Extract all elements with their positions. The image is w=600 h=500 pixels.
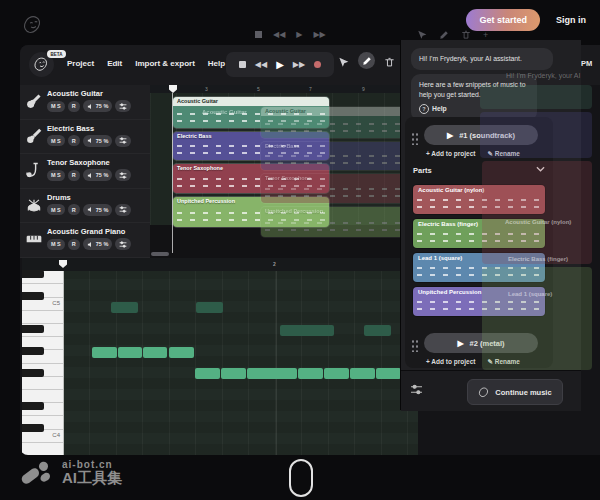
rename-button[interactable]: ✎ Rename [487,150,520,158]
midi-note[interactable] [376,368,401,379]
add-to-project-button[interactable]: + Add to project [426,150,475,158]
arrange-ruler[interactable]: 3579 [150,85,420,93]
midi-note[interactable] [221,368,246,379]
snippet-1-play-button[interactable]: ▶ #1 (soundtrack) [424,125,538,145]
fast-forward-button[interactable]: ▶▶ [293,60,305,69]
menu-items: Project Edit Import & export Help [67,59,225,68]
midi-note[interactable] [196,302,223,313]
drag-handle-icon[interactable] [411,132,418,145]
track-options-button[interactable] [115,169,131,181]
key-label-c4: C4 [52,432,60,438]
mute-solo-button[interactable]: M S [47,239,65,250]
volume-control[interactable]: 75 % [83,204,113,216]
midi-note[interactable] [364,325,391,336]
piano-roll-ruler[interactable]: 2 [22,258,418,271]
clip-title: Acoustic Guitar [173,97,329,106]
piano-keys[interactable]: C5 C4 [22,271,63,455]
rewind-button[interactable]: ◀◀ [255,60,267,69]
pencil-tool-button[interactable] [358,52,375,69]
midi-note[interactable] [195,368,220,379]
record-arm-button[interactable]: R [68,135,80,146]
stop-button[interactable] [239,61,246,68]
midi-note[interactable] [143,347,167,358]
record-arm-button[interactable]: R [68,101,80,112]
piano-roll[interactable]: 2 C5 C4 [22,258,418,455]
track-options-button[interactable] [115,100,131,112]
menu-project[interactable]: Project [67,59,94,68]
midi-note[interactable] [118,347,142,358]
black-key[interactable] [22,347,44,355]
track-row[interactable]: Acoustic Grand PianoM SR75 % [20,223,150,258]
volume-control[interactable]: 75 % [83,169,113,181]
rewind-icon: ◀◀ [273,30,285,39]
track-row[interactable]: Tenor SaxophoneM SR75 % [20,154,150,189]
part-card-lead-1-square-[interactable]: Lead 1 (square) [413,253,545,282]
part-card-unpitched-percussion[interactable]: Unpitched Percussion [413,287,545,316]
track-row[interactable]: Acoustic GuitarM SR75 % [20,85,150,120]
clip-acoustic-guitar[interactable]: Acoustic Guitar [173,97,329,128]
drag-handle-icon[interactable] [411,339,418,352]
track-options-button[interactable] [115,135,131,147]
menu-import-export[interactable]: Import & export [135,59,195,68]
rename-button[interactable]: ✎ Rename [487,358,520,366]
midi-note[interactable] [350,368,375,379]
part-card-acoustic-guitar-nylon-[interactable]: Acoustic Guitar (nylon) [413,185,545,214]
cursor-tool-button[interactable] [338,57,349,68]
assistant-greeting-bubble: Hi! I'm Fryderyk, your AI assistant. [411,48,553,70]
midi-note[interactable] [111,302,138,313]
piano-roll-playhead-marker[interactable] [59,260,67,268]
continue-music-button[interactable]: Continue music [467,379,563,405]
midi-note[interactable] [298,368,323,379]
record-arm-button[interactable]: R [68,204,80,215]
track-options-button[interactable] [115,204,131,216]
mute-solo-button[interactable]: M S [47,170,65,181]
track-row[interactable]: Electric BassM SR75 % [20,120,150,155]
delete-tool-button[interactable] [384,57,395,68]
track-options-button[interactable] [115,238,131,250]
volume-control[interactable]: 75 % [83,100,113,112]
record-arm-button[interactable]: R [68,239,80,250]
add-to-project-button[interactable]: + Add to project [426,358,475,366]
piano-roll-grid[interactable] [63,271,418,455]
sign-in-button[interactable]: Sign in [556,15,586,25]
help-link[interactable]: ? Help [419,104,529,114]
clip-title: Unpitched Percussion [177,198,235,204]
black-key[interactable] [22,369,44,377]
menu-help[interactable]: Help [208,59,225,68]
beta-badge: BETA [47,50,66,58]
clip-tenor-saxophone[interactable]: Tenor Saxophone [173,164,329,193]
mute-solo-button[interactable]: M S [47,101,65,112]
clip-unpitched-percussion[interactable]: Unpitched Percussion [173,197,329,227]
snippet-2-play-button[interactable]: ▶ #2 (metal) [424,333,538,353]
watermark-line2: AI工具集 [62,470,122,487]
black-key[interactable] [22,325,44,333]
piano-roll-playhead[interactable] [63,271,64,455]
black-key[interactable] [22,402,44,410]
midi-note[interactable] [169,347,194,358]
mute-solo-button[interactable]: M S [47,204,65,215]
black-key[interactable] [22,424,44,432]
arrange-horizontal-scrollbar[interactable] [151,252,169,256]
midi-note[interactable] [280,325,334,336]
settings-sliders-icon[interactable] [410,384,423,395]
volume-control[interactable]: 75 % [83,238,113,250]
arrange-view[interactable]: 3579 Acoustic GuitarElectric BassTenor S… [150,85,420,258]
midi-note[interactable] [247,368,297,379]
record-arm-button[interactable]: R [68,170,80,181]
play-button[interactable]: ▶ [276,59,284,70]
volume-control[interactable]: 75 % [83,135,113,147]
clip-notes-preview [177,120,325,122]
part-notes-preview [417,308,541,310]
clip-electric-bass[interactable]: Electric Bass [173,132,329,160]
mute-solo-button[interactable]: M S [47,135,65,146]
record-button[interactable] [314,61,321,68]
black-key[interactable] [22,270,44,278]
parts-header[interactable]: Parts [413,166,545,175]
get-started-button[interactable]: Get started [466,9,540,31]
menu-edit[interactable]: Edit [107,59,122,68]
part-card-electric-bass-finger-[interactable]: Electric Bass (finger) [413,219,545,248]
midi-note[interactable] [92,347,117,358]
black-key[interactable] [22,292,44,300]
track-row[interactable]: DrumsM SR75 % [20,189,150,224]
midi-note[interactable] [324,368,349,379]
